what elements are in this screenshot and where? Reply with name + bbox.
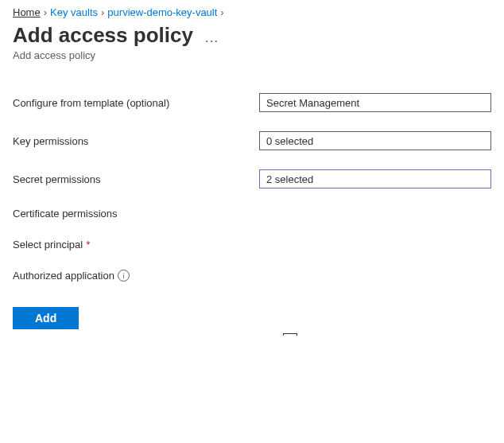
chevron-right-icon: › <box>44 6 47 18</box>
key-permissions-dropdown[interactable]: 0 selected <box>259 131 491 150</box>
required-indicator: * <box>86 239 90 251</box>
certificate-permissions-label: Certificate permissions <box>13 208 259 220</box>
authorized-application-label: Authorized application i <box>13 270 259 282</box>
chevron-right-icon: › <box>220 6 223 18</box>
option-select-all[interactable]: Select all <box>272 328 491 336</box>
secret-permissions-panel: Select all Secret Management Operations … <box>272 324 491 336</box>
info-icon[interactable]: i <box>118 270 130 282</box>
more-actions-icon[interactable]: … <box>204 29 220 46</box>
template-dropdown[interactable]: Secret Management <box>259 93 491 112</box>
breadcrumb-key-vaults[interactable]: Key vaults <box>50 6 98 18</box>
secret-permissions-dropdown[interactable]: 2 selected <box>259 169 491 188</box>
select-principal-label: Select principal * <box>13 239 259 251</box>
option-label: Select all <box>305 334 351 336</box>
page-title: Add access policy <box>13 23 193 48</box>
breadcrumb-vault[interactable]: purview-demo-key-vault <box>107 6 217 18</box>
breadcrumb-home[interactable]: Home <box>13 6 41 18</box>
template-label: Configure from template (optional) <box>13 97 259 109</box>
page-subtitle: Add access policy <box>13 49 491 61</box>
checkbox-indeterminate-icon[interactable] <box>283 333 297 336</box>
key-permissions-label: Key permissions <box>13 135 259 147</box>
chevron-right-icon: › <box>101 6 104 18</box>
add-button[interactable]: Add <box>13 307 79 329</box>
secret-permissions-label: Secret permissions <box>13 173 259 185</box>
breadcrumb: Home › Key vaults › purview-demo-key-vau… <box>13 6 491 18</box>
